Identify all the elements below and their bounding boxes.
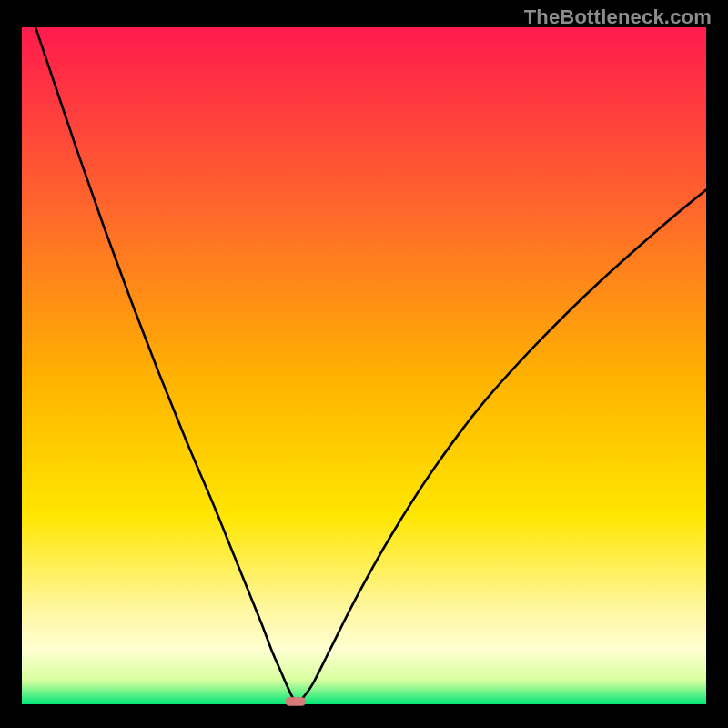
minimum-marker <box>286 697 307 706</box>
chart-frame: { "watermark": "TheBottleneck.com", "col… <box>0 0 728 728</box>
bottleneck-chart <box>0 0 728 728</box>
plot-background <box>22 27 706 704</box>
